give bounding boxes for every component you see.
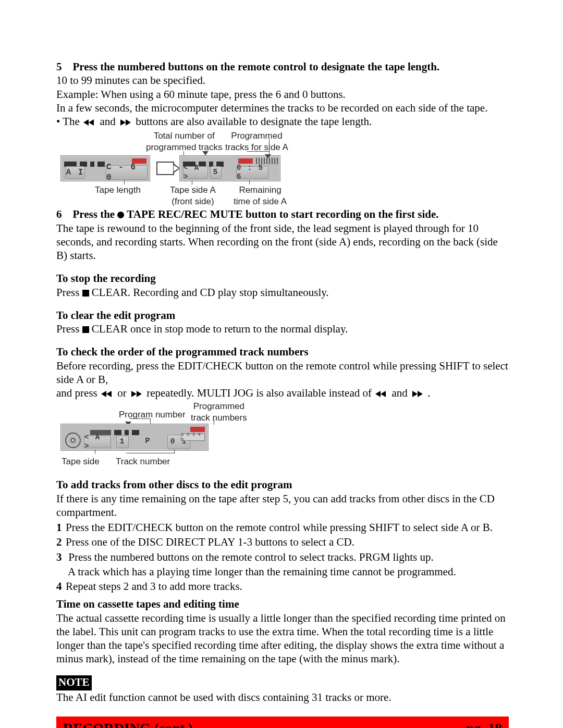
svg-marker-2 bbox=[120, 119, 126, 126]
lcd2-seg-time: 0 : 5 6 bbox=[236, 166, 268, 179]
stop-icon bbox=[82, 290, 89, 297]
step-5-heading: Press the numbered buttons on the remote… bbox=[73, 60, 440, 73]
disc-icon bbox=[65, 433, 81, 448]
checkorder-line2a: and press bbox=[56, 387, 100, 399]
step-6-body: The tape is rewound to the beginning of … bbox=[56, 222, 498, 262]
step-6-heading-a: Press the bbox=[73, 208, 118, 220]
svg-marker-11 bbox=[418, 391, 423, 397]
list-item: 3 Press the numbered buttons on the remo… bbox=[56, 550, 509, 564]
rewind-icon bbox=[82, 119, 97, 126]
clearedit-body-a: Press bbox=[56, 323, 82, 335]
checkorder-line2c: repeatedly. MULTI JOG is also available … bbox=[146, 387, 374, 399]
diagram-tape-length: Total number ofprogrammed tracks Program… bbox=[58, 130, 340, 198]
svg-marker-6 bbox=[131, 391, 137, 397]
svg-marker-8 bbox=[381, 391, 386, 397]
note-pill: NOTE bbox=[56, 675, 92, 690]
step-6-heading-b: TAPE REC/REC MUTE button to start record… bbox=[124, 208, 438, 220]
svg-marker-4 bbox=[106, 391, 112, 397]
addtracks-list: 1Press the EDIT/CHECK button on the remo… bbox=[56, 521, 509, 593]
step-5-line4a: • The bbox=[56, 115, 82, 128]
d1-bottom-left: Tape length bbox=[95, 184, 141, 195]
stoprec-body-b: CLEAR. Recording and CD play stop simult… bbox=[89, 286, 329, 299]
d1-top-left-label: Total number ofprogrammed tracks bbox=[146, 130, 222, 153]
list-item: A track which has a playing time longer … bbox=[56, 565, 509, 578]
step-5: 5 Press the numbered buttons on the remo… bbox=[56, 60, 509, 128]
checkorder-line2d: and bbox=[391, 387, 410, 399]
section-note: NOTE The AI edit function cannot be used… bbox=[56, 675, 509, 705]
fastforward-icon-2 bbox=[129, 390, 144, 398]
manual-page: 5 Press the numbered buttons on the remo… bbox=[0, 0, 563, 728]
rewind-icon-2 bbox=[100, 390, 115, 398]
list-item: 1Press the EDIT/CHECK button on the remo… bbox=[56, 521, 509, 534]
clearedit-body-b: CLEAR once in stop mode to return to the… bbox=[89, 323, 348, 335]
step-5-line4b: and bbox=[100, 115, 118, 128]
footer-title: RECORDING (cont.) bbox=[63, 720, 193, 728]
list-item: 2Press one of the DISC DIRECT PLAY 1-3 b… bbox=[56, 535, 509, 549]
timenote-heading: Time on cassette tapes and editing time bbox=[56, 598, 239, 610]
step-5-line4c: buttons are also available to designate … bbox=[136, 115, 372, 128]
section-time-note: Time on cassette tapes and editing time … bbox=[56, 597, 509, 665]
step-6: 6 Press the TAPE REC/REC MUTE button to … bbox=[56, 207, 509, 262]
section-clear-edit: To clear the edit program Press CLEAR on… bbox=[56, 309, 509, 336]
list-item: 4Repeat steps 2 and 3 to add more tracks… bbox=[56, 579, 509, 593]
checkorder-line1: Before recording, press the EDIT/CHECK b… bbox=[56, 360, 508, 386]
d2-top-right: Programmedtrack numbers bbox=[191, 401, 247, 423]
checkorder-heading: To check the order of the programmed tra… bbox=[56, 346, 309, 358]
lcd3-seg-side: < A > bbox=[84, 436, 111, 448]
d2-bottom-right: Track number bbox=[116, 456, 170, 467]
svg-marker-1 bbox=[83, 119, 89, 126]
fastforward-icon bbox=[118, 119, 133, 126]
note-body: The AI edit function cannot be used with… bbox=[56, 691, 391, 704]
svg-marker-0 bbox=[89, 119, 94, 126]
lcd3-ticks: 1 2 3 4 5 bbox=[181, 434, 205, 441]
section-add-tracks: To add tracks from other discs to the ed… bbox=[56, 478, 509, 593]
svg-marker-5 bbox=[101, 391, 106, 397]
timenote-body: The actual cassette recording time is us… bbox=[56, 612, 506, 665]
record-icon bbox=[117, 212, 124, 218]
step-5-line2: Example: When using a 60 minute tape, pr… bbox=[56, 88, 346, 101]
clearedit-heading: To clear the edit program bbox=[56, 309, 175, 322]
checkorder-line2e: . bbox=[427, 387, 430, 399]
stoprec-heading: To stop the recording bbox=[56, 272, 156, 285]
lcd3-seg-prog: 1 bbox=[116, 436, 129, 448]
lcd1-seg-ai: A I bbox=[65, 166, 85, 179]
diagram-program-number: Program number Programmedtrack numbers <… bbox=[58, 401, 256, 468]
footer-page: pg. 18 bbox=[466, 720, 502, 728]
fastforward-icon-3 bbox=[410, 390, 425, 398]
arrow-transition-icon bbox=[156, 162, 174, 175]
svg-marker-10 bbox=[412, 391, 418, 397]
svg-marker-7 bbox=[137, 391, 142, 397]
checkorder-line2b: or bbox=[117, 387, 129, 399]
svg-marker-9 bbox=[375, 391, 381, 397]
stoprec-body-a: Press bbox=[56, 286, 82, 299]
stop-icon-2 bbox=[82, 326, 89, 333]
lcd-before: A I C - 6 0 bbox=[60, 155, 150, 181]
d1-top-right-label: Programmedtracks for side A bbox=[225, 130, 288, 153]
lcd1-seg-c60: C - 6 0 bbox=[106, 165, 148, 180]
step-5-line1: 10 to 99 minutes can be specified. bbox=[56, 74, 205, 87]
lcd3-seg-p: P bbox=[142, 436, 154, 447]
rewind-icon-3 bbox=[374, 390, 389, 398]
lcd-after: < A > 5 0 : 5 6 bbox=[179, 155, 280, 181]
d1-bottom-right: Remainingtime of side A bbox=[234, 184, 287, 207]
svg-marker-3 bbox=[126, 119, 131, 126]
addtracks-intro: If there is any time remaining on the ta… bbox=[56, 492, 495, 519]
step-5-line3: In a few seconds, the microcomputer dete… bbox=[56, 102, 487, 114]
d1-bottom-mid: Tape side A(front side) bbox=[170, 184, 216, 207]
step-6-number: 6 bbox=[56, 208, 62, 220]
step-5-number: 5 bbox=[56, 60, 62, 73]
lcd2-seg-count: 5 bbox=[210, 166, 222, 179]
section-stop-recording: To stop the recording Press CLEAR. Recor… bbox=[56, 272, 509, 299]
lcd2-seg-side: < A > bbox=[183, 166, 208, 179]
page-footer: RECORDING (cont.) pg. 18 bbox=[56, 717, 509, 728]
addtracks-heading: To add tracks from other discs to the ed… bbox=[56, 478, 292, 491]
lcd-program: < A > 1 P 0 1 1 2 3 4 5 bbox=[60, 424, 209, 451]
d2-bottom-left: Tape side bbox=[62, 456, 100, 467]
section-check-order: To check the order of the programmed tra… bbox=[56, 345, 509, 400]
